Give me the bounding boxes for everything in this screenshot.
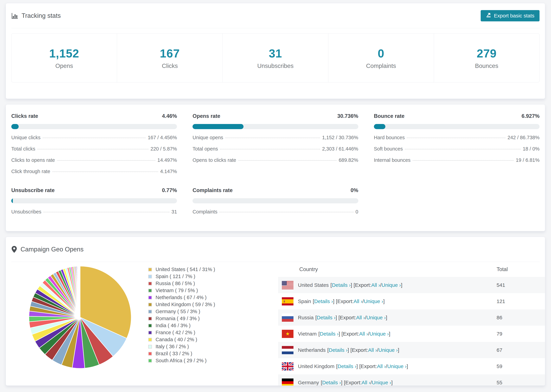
export-all-link[interactable]: All ›	[359, 331, 368, 337]
legend-item[interactable]: Brazil ( 33 / 2% )	[148, 350, 215, 357]
bounce-rate-section: Bounce rate 6.927% Hard bounces242 / 86.…	[374, 113, 540, 174]
bounce-rate-title: Bounce rate	[374, 113, 404, 119]
legend-item[interactable]: Vietnam ( 79 / 5% )	[148, 287, 215, 294]
export-all-link[interactable]: All ›	[371, 282, 380, 288]
export-basic-stats-button[interactable]: Export basic stats	[481, 10, 540, 21]
link-punctuation: /	[380, 282, 381, 288]
tracking-stats-header: Tracking stats Export basic stats	[11, 3, 540, 28]
export-all-link[interactable]: All ›	[353, 298, 362, 304]
rate-metric-row: Total clicks220 / 5.87%	[11, 146, 177, 152]
country-name: Vietnam	[298, 331, 317, 337]
rate-metric-row: Complaints0	[192, 209, 358, 215]
legend-swatch	[148, 338, 152, 342]
country-total: 86	[497, 309, 545, 326]
legend-label: South Africa ( 29 / 2% )	[155, 358, 206, 364]
legend-item[interactable]: Netherlands ( 67 / 4% )	[148, 294, 215, 301]
details-link[interactable]: Details ›	[322, 380, 341, 385]
link-punctuation: Export:	[343, 331, 359, 337]
export-unique-link[interactable]: Unique ›	[387, 364, 407, 369]
link-punctuation: ]	[383, 298, 385, 304]
stat-box-complaints: 0 Complaints	[328, 34, 434, 82]
metric-label: Total opens	[192, 146, 218, 152]
country-total: 79	[497, 326, 545, 342]
export-all-link[interactable]: All ›	[368, 347, 377, 353]
bounces-count: 279	[477, 47, 497, 60]
link-punctuation: ] [	[339, 331, 343, 337]
link-punctuation: [	[336, 364, 338, 369]
rate-metric-row: Opens to clicks rate689.82%	[192, 157, 358, 163]
link-punctuation: ] [	[333, 298, 337, 304]
link-punctuation: [	[330, 282, 332, 288]
metric-value: 0	[356, 209, 358, 215]
export-unique-link[interactable]: Unique ›	[369, 331, 389, 337]
clicks-rate-section: Clicks rate 4.46% Unique clicks167 / 4.4…	[11, 113, 177, 174]
legend-swatch	[148, 317, 152, 321]
legend-swatch	[148, 345, 152, 349]
export-unique-link[interactable]: Unique ›	[381, 282, 401, 288]
legend-label: Italy ( 36 / 2% )	[155, 344, 189, 350]
legend-item[interactable]: Romania ( 49 / 3% )	[148, 315, 215, 322]
unsubscribe-rate-section: Unsubscribe rate 0.77% Unsubscribes31	[11, 187, 177, 215]
opens-label: Opens	[56, 63, 73, 69]
legend-swatch	[148, 289, 152, 293]
link-punctuation: Export:	[337, 298, 353, 304]
export-unique-link[interactable]: Unique ›	[364, 298, 383, 304]
dotted-leader	[219, 212, 353, 212]
bounces-label: Bounces	[475, 63, 498, 69]
legend-item[interactable]: United States ( 541 / 31% )	[148, 266, 215, 273]
export-unique-link[interactable]: Unique ›	[378, 347, 398, 353]
flag-es-icon	[282, 297, 293, 305]
rate-metric-row: Total opens2,303 / 61.446%	[192, 146, 358, 152]
geo-pie-chart	[28, 265, 133, 370]
opens-rate-progressbar	[192, 124, 358, 129]
legend-item[interactable]: United Kingdom ( 59 / 3% )	[148, 301, 215, 308]
complaints-label: Complaints	[366, 63, 396, 69]
legend-swatch	[148, 324, 152, 328]
metric-label: Total clicks	[11, 146, 35, 152]
details-link[interactable]: Details ›	[317, 315, 336, 321]
table-row: Spain[Details ›] [Export: All › / Unique…	[278, 293, 545, 309]
metric-value: 18 / 0%	[523, 146, 540, 152]
rate-metric-row: Click through rate4.147%	[11, 169, 177, 174]
export-unique-link[interactable]: Unique ›	[366, 315, 386, 321]
clicks-count: 167	[160, 47, 180, 60]
legend-item[interactable]: Germany ( 55 / 3% )	[148, 308, 215, 315]
legend-swatch	[148, 303, 152, 307]
legend-item[interactable]: Canada ( 40 / 2% )	[148, 336, 215, 343]
details-link[interactable]: Details ›	[329, 347, 347, 353]
legend-item[interactable]: South Africa ( 29 / 2% )	[148, 357, 215, 364]
legend-label: Canada ( 40 / 2% )	[155, 337, 197, 343]
rate-metric-row: Internal bounces19 / 6.81%	[374, 157, 540, 163]
details-link[interactable]: Details ›	[338, 364, 356, 369]
legend-item[interactable]: France ( 42 / 2% )	[148, 329, 215, 336]
metric-label: Unsubscribes	[11, 209, 42, 215]
legend-item[interactable]: Russia ( 86 / 5% )	[148, 280, 215, 287]
clicks-rate-value: 4.46%	[162, 113, 177, 119]
link-punctuation: ] [	[347, 347, 352, 353]
details-link[interactable]: Details ›	[320, 331, 339, 337]
export-all-link[interactable]: All ›	[377, 364, 386, 369]
legend-label: France ( 42 / 2% )	[155, 330, 195, 335]
legend-item[interactable]: Spain ( 121 / 7% )	[148, 273, 215, 280]
legend-swatch	[148, 359, 152, 363]
metric-value: 220 / 5.87%	[151, 146, 177, 152]
country-column-header: Country	[278, 262, 497, 277]
details-link[interactable]: Details ›	[332, 282, 351, 288]
legend-item[interactable]: India ( 46 / 3% )	[148, 322, 215, 329]
link-punctuation: Export:	[361, 364, 377, 369]
export-all-link[interactable]: All ›	[356, 315, 365, 321]
dotted-leader	[407, 138, 505, 138]
export-unique-link[interactable]: Unique ›	[372, 380, 391, 385]
metric-value: 4.147%	[160, 169, 177, 174]
metric-label: Unique opens	[192, 135, 223, 140]
country-name: United Kingdom	[298, 364, 334, 369]
export-all-link[interactable]: All ›	[361, 380, 370, 385]
details-link[interactable]: Details ›	[314, 298, 333, 304]
link-punctuation: /	[368, 331, 369, 337]
legend-label: Russia ( 86 / 5% )	[155, 281, 195, 286]
country-total: 55	[497, 374, 545, 386]
metric-label: Clicks to opens rate	[11, 157, 55, 163]
legend-swatch	[148, 275, 152, 279]
dotted-leader	[52, 172, 158, 172]
legend-item[interactable]: Italy ( 36 / 2% )	[148, 343, 215, 350]
